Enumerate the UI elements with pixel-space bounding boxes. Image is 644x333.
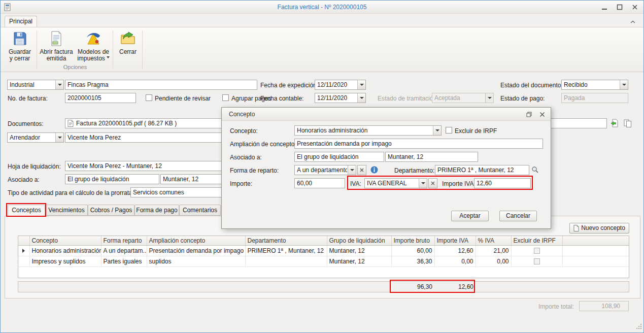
documentos-label: Documentos: [8, 120, 44, 127]
tab-vencimientos[interactable]: Vencimientos [45, 205, 88, 216]
tax-models-button[interactable]: Modelos deimpuestos [75, 29, 112, 62]
iva-combo[interactable]: IVA GENERAL [364, 178, 427, 188]
chevron-down-icon[interactable] [620, 80, 628, 89]
forma-reparto-combo[interactable]: A un departamento [294, 165, 356, 175]
importe-iva-field[interactable]: 12,60 [474, 178, 531, 188]
empresa-field[interactable]: Fincas Pragma [65, 80, 257, 90]
minimize-button[interactable] [601, 4, 608, 10]
clear-iva-button[interactable] [428, 178, 437, 188]
close-form-button[interactable]: Cerrar [115, 29, 141, 62]
chevron-down-icon[interactable] [357, 80, 365, 89]
arrendador-combo[interactable]: Arrendador [7, 132, 64, 143]
excluir-irpf-row-checkbox[interactable] [534, 248, 540, 254]
chevron-down-icon[interactable] [55, 80, 63, 89]
col-header-pct-iva[interactable]: % IVA [476, 236, 511, 245]
asociado-grupo-field[interactable]: El grupo de liquidación [65, 174, 159, 184]
excluir-irpf-dialog-checkbox[interactable] [446, 127, 452, 134]
aceptar-button[interactable]: Aceptar [451, 211, 489, 221]
application-window: Factura vertical - Nº 2020000105 Princip… [0, 0, 644, 333]
col-header-excluir-irpf[interactable]: Excluir de IRPF [511, 236, 562, 245]
fecha-contable-label: Fecha contable: [260, 95, 303, 102]
col-header-grupo[interactable]: Grupo de liquidación [327, 236, 391, 245]
toolbar-separator [37, 30, 37, 69]
new-document-icon [573, 225, 579, 235]
close-button[interactable] [631, 4, 638, 10]
col-header-importe-bruto[interactable]: Importe bruto [391, 236, 434, 245]
dialog-restore-button[interactable] [525, 111, 532, 117]
pendiente-revisar-checkbox[interactable] [146, 94, 152, 101]
grid-row[interactable]: Honorarios administración A un departam.… [18, 245, 629, 256]
asociado-dialog-label: Asociado a: [230, 154, 262, 161]
hoja-liquidacion-field[interactable]: Vicente Mora Perez - Muntaner, 12 [65, 161, 222, 171]
importe-total-field: 108,90 [579, 301, 629, 311]
col-header-departamento[interactable]: Departamento [245, 236, 327, 245]
dialog-title-bar[interactable]: Concepto [222, 108, 551, 121]
importe-field[interactable]: 60,00 [294, 178, 345, 188]
conceptos-grid: Concepto Forma reparto Ampliación concep… [18, 236, 629, 278]
concepto-combo[interactable]: Honorarios administración [294, 125, 442, 136]
col-header-ampliacion[interactable]: Ampliación concepto [147, 236, 245, 245]
tab-comentarios[interactable]: Comentarios [179, 205, 221, 216]
ribbon-group-label: Opciones [38, 64, 113, 70]
tipo-actividad-field[interactable]: Servicios comunes [130, 187, 222, 197]
fecha-contable-input[interactable]: 12/11/2020 [315, 93, 366, 103]
estado-documento-combo[interactable]: Recibido [561, 80, 628, 90]
estado-tramitacion-combo: Aceptada [432, 93, 494, 103]
exit-folder-icon [115, 30, 141, 48]
copy-document-button[interactable] [622, 118, 633, 128]
agrupar-pagos-checkbox[interactable] [222, 94, 229, 101]
chevron-down-icon [485, 93, 493, 103]
col-header-concepto[interactable]: Concepto [29, 236, 101, 245]
search-icon[interactable] [531, 166, 539, 175]
window-title: Factura vertical - Nº 2020000105 [102, 4, 542, 11]
col-header-filler [562, 236, 629, 245]
ampliacion-field[interactable]: Presentación demanda por impago [294, 139, 543, 149]
resize-grip[interactable] [635, 323, 642, 331]
grid-row[interactable]: Impresos y suplidos Partes iguales supli… [18, 256, 629, 267]
tab-conceptos[interactable]: Conceptos [8, 205, 45, 216]
clear-forma-reparto-button[interactable] [357, 165, 366, 175]
estado-pago-label: Estado de pago: [500, 95, 545, 102]
col-header-importe-iva[interactable]: Importe IVA [434, 236, 476, 245]
toolbar: Guardary cerrar Abrir facturaemitida Mod… [1, 27, 643, 72]
attach-document-button[interactable] [609, 118, 620, 128]
no-factura-field[interactable]: 2020000105 [65, 93, 136, 103]
tab-cobros-pagos[interactable]: Cobros / Pagos [88, 205, 134, 216]
grid-totals-row: 96,30 12,60 [18, 281, 629, 292]
maximize-button[interactable] [616, 4, 623, 10]
save-and-close-button[interactable]: Guardary cerrar [5, 29, 35, 62]
tab-principal[interactable]: Principal [5, 16, 37, 27]
chevron-down-icon[interactable] [55, 133, 63, 142]
forma-reparto-label: Forma de reparto: [230, 167, 279, 174]
fecha-expedicion-input[interactable]: 12/11/2020 [315, 80, 366, 90]
asociado-grupo-dialog-field[interactable]: El grupo de liquidación [294, 152, 384, 162]
departamento-field[interactable]: PRIMERO 1ª , Muntaner, 12 [435, 165, 529, 175]
importe-label: Importe: [230, 180, 252, 187]
invoice-document-icon [39, 30, 74, 48]
excluir-irpf-row-checkbox[interactable] [534, 258, 540, 264]
chevron-down-icon[interactable] [433, 126, 441, 135]
estado-tramitacion-label: Estado de tramitación: [378, 95, 438, 102]
tab-forma-pago[interactable]: Forma de pago [134, 205, 179, 216]
asociado-valor-field[interactable]: Muntaner, 12 [160, 174, 222, 184]
importe-total-label: Importe total: [519, 303, 574, 310]
ribbon-tab-strip: Principal [1, 14, 643, 27]
dialog-close-button[interactable] [538, 111, 546, 117]
cancelar-button[interactable]: Cancelar [499, 211, 537, 221]
col-header-forma-reparto[interactable]: Forma reparto [101, 236, 147, 245]
open-issued-invoice-button[interactable]: Abrir facturaemitida [39, 29, 74, 62]
info-icon[interactable] [370, 166, 378, 175]
chevron-down-icon[interactable] [419, 179, 427, 188]
title-bar[interactable]: Factura vertical - Nº 2020000105 [1, 1, 643, 14]
total-importe-bruto: 96,30 [391, 283, 432, 290]
chevron-down-icon[interactable] [348, 165, 356, 175]
row-indicator-icon [22, 249, 25, 253]
ribbon-collapse-icon[interactable] [630, 18, 635, 25]
new-concept-button[interactable]: Nuevo concepto [569, 223, 629, 234]
toolbar-separator [113, 30, 113, 69]
iva-label: IVA: [350, 180, 361, 187]
chevron-down-icon[interactable] [357, 93, 365, 103]
concepto-dialog: Concepto Concepto: Honorarios administra… [221, 107, 551, 229]
tipo-entidad-combo[interactable]: Industrial [7, 80, 64, 90]
asociado-valor-dialog-field[interactable]: Muntaner, 12 [385, 152, 478, 162]
